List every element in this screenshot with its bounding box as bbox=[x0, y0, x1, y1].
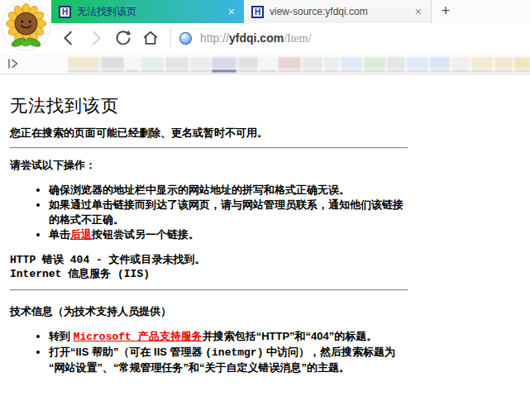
sidebar-expand-icon[interactable] bbox=[7, 57, 20, 70]
bookmark-item[interactable] bbox=[278, 57, 301, 72]
url-domain: yfdqi.com bbox=[229, 31, 284, 45]
tab-close-icon[interactable]: × bbox=[227, 6, 236, 17]
bookmark-item[interactable] bbox=[324, 57, 339, 72]
bookmark-item[interactable] bbox=[387, 57, 405, 72]
bookmark-item[interactable] bbox=[341, 57, 362, 72]
address-bar[interactable]: http://yfdqi.com/Item/ bbox=[200, 31, 312, 45]
bookmark-blocks bbox=[68, 55, 530, 72]
tech-info-block: 技术信息（为技术支持人员提供） 转到 Microsoft 产品支持服务并搜索包括… bbox=[10, 304, 530, 375]
divider bbox=[10, 289, 408, 291]
bookmark-item[interactable] bbox=[260, 57, 276, 72]
tech-list: 转到 Microsoft 产品支持服务并搜索包括“HTTP”和“404”的标题。… bbox=[10, 329, 405, 374]
list-item: 确保浏览器的地址栏中显示的网站地址的拼写和格式正确无误。 bbox=[49, 183, 405, 197]
bookmark-item[interactable] bbox=[514, 57, 530, 72]
bookmark-item[interactable] bbox=[430, 57, 450, 72]
bookmark-item[interactable] bbox=[364, 57, 385, 72]
bookmark-item[interactable] bbox=[126, 57, 139, 72]
bookmark-item[interactable] bbox=[190, 57, 210, 72]
tab-view-source[interactable]: H view-source:yfdqi.com × bbox=[244, 0, 432, 23]
list-item-text: 打开“IIS 帮助”（可在 IIS 管理器 bbox=[49, 346, 205, 358]
list-item: 单击后退按钮尝试另一个链接。 bbox=[49, 227, 405, 241]
bookmarks-bar bbox=[0, 53, 530, 74]
bookmark-item[interactable] bbox=[212, 57, 236, 72]
error-page-content: 无法找到该页 您正在搜索的页面可能已经删除、更名或暂时不可用。 请尝试以下操作：… bbox=[0, 74, 530, 375]
inetmgr-text: (inetmgr) bbox=[205, 346, 263, 359]
list-item: 打开“IIS 帮助”（可在 IIS 管理器 (inetmgr) 中访问），然后搜… bbox=[49, 345, 405, 374]
list-item: 如果通过单击链接而到达了该网页，请与网站管理员联系，通知他们该链接的格式不正确。 bbox=[49, 198, 405, 226]
refresh-icon[interactable] bbox=[114, 29, 132, 47]
tech-heading: 技术信息（为技术支持人员提供） bbox=[10, 304, 530, 318]
bookmark-item[interactable] bbox=[165, 57, 189, 72]
site-globe-icon bbox=[179, 31, 193, 45]
bookmark-item[interactable] bbox=[141, 57, 164, 72]
url-scheme: http:// bbox=[200, 31, 229, 45]
bookmark-item[interactable] bbox=[303, 57, 322, 72]
bookmark-item[interactable] bbox=[471, 57, 493, 72]
bookmark-item[interactable] bbox=[238, 57, 258, 72]
list-item: 转到 Microsoft 产品支持服务并搜索包括“HTTP”和“404”的标题。 bbox=[49, 329, 405, 344]
navigation-bar: http://yfdqi.com/Item/ bbox=[0, 23, 530, 53]
bookmark-item[interactable] bbox=[101, 57, 124, 72]
page-subtitle: 您正在搜索的页面可能已经删除、更名或暂时不可用。 bbox=[10, 126, 530, 140]
site-favicon-h: H bbox=[251, 6, 264, 18]
url-path: /Item/ bbox=[284, 32, 311, 45]
iis-line: Internet 信息服务 (IIS) bbox=[10, 267, 530, 282]
new-tab-button[interactable]: + bbox=[432, 0, 460, 23]
site-favicon-h: H bbox=[59, 6, 71, 18]
browser-window: H 无法找到该页 × H view-source:yfdqi.com × + bbox=[0, 0, 530, 420]
bookmark-item[interactable] bbox=[494, 57, 513, 72]
bookmark-item[interactable] bbox=[451, 57, 470, 72]
page-title: 无法找到该页 bbox=[10, 94, 530, 117]
bookmark-item[interactable] bbox=[407, 57, 428, 72]
microsoft-support-link[interactable]: Microsoft 产品支持服务 bbox=[74, 331, 203, 343]
bookmark-item[interactable] bbox=[68, 57, 99, 72]
list-item-text: 单击 bbox=[49, 228, 70, 241]
tab-close-icon[interactable]: × bbox=[413, 6, 423, 17]
list-item-text: 并搜索包括“HTTP”和“404”的标题。 bbox=[203, 330, 378, 342]
sunflower-avatar[interactable] bbox=[0, 1, 52, 53]
sunflower-icon bbox=[0, 1, 52, 53]
home-icon[interactable] bbox=[141, 29, 160, 47]
divider bbox=[10, 147, 408, 149]
list-item-text: 按钮尝试另一个链接。 bbox=[92, 228, 199, 241]
try-heading: 请尝试以下操作： bbox=[10, 158, 530, 172]
tab-title: 无法找到该页 bbox=[77, 5, 221, 19]
tab-title: view-source:yfdqi.com bbox=[270, 6, 408, 17]
back-link[interactable]: 后退 bbox=[70, 228, 92, 241]
http-error-line: HTTP 错误 404 - 文件或目录未找到。 bbox=[10, 253, 530, 268]
list-item-text: 转到 bbox=[49, 330, 74, 342]
forward-icon[interactable] bbox=[87, 29, 105, 47]
tips-list: 确保浏览器的地址栏中显示的网站地址的拼写和格式正确无误。 如果通过单击链接而到达… bbox=[10, 183, 405, 241]
http-error-block: HTTP 错误 404 - 文件或目录未找到。 Internet 信息服务 (I… bbox=[10, 253, 530, 282]
tab-error-page[interactable]: H 无法找到该页 × bbox=[51, 0, 244, 23]
url-separator bbox=[170, 29, 171, 47]
tab-bar: H 无法找到该页 × H view-source:yfdqi.com × + bbox=[0, 0, 530, 23]
back-icon[interactable] bbox=[60, 29, 78, 47]
